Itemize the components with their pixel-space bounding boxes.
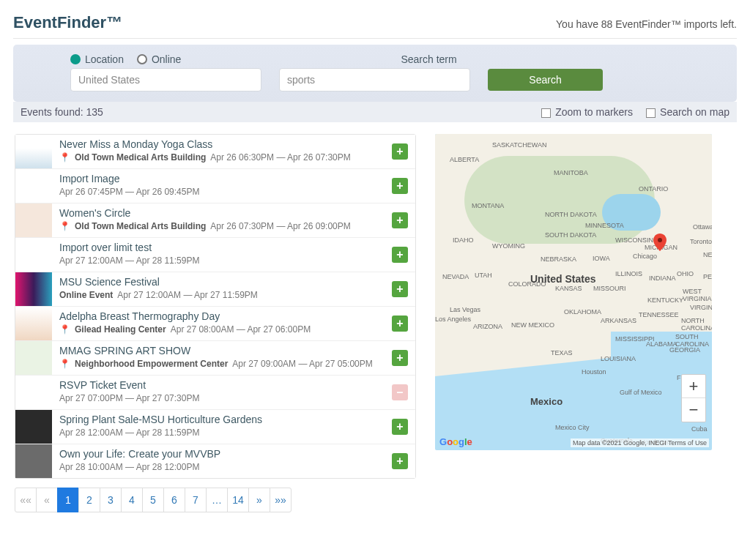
add-event-button[interactable]: + [392,143,408,160]
map-region-label: MISSOURI [593,285,626,292]
event-thumbnail [15,272,52,306]
page-4[interactable]: 4 [121,488,143,512]
event-meta: Apr 27 07:00PM — Apr 27 07:30PM [59,393,386,403]
map-region-label: Mexico City [555,424,590,431]
map-region-label: NORTH DAKOTA [545,211,597,218]
map-region-label: ILLINOIS [615,270,642,277]
mode-online-radio[interactable]: Online [137,53,181,65]
page-last[interactable]: »» [270,488,292,512]
map-region-label: UTAH [475,272,492,279]
add-event-button[interactable]: + [392,247,408,263]
search-button[interactable]: Search [488,69,603,91]
event-meta: Apr 26 07:45PM — Apr 26 09:45PM [59,187,386,197]
page-14[interactable]: 14 [227,488,249,512]
event-row[interactable]: MSU Science FestivalOnline EventApr 27 1… [15,272,415,307]
search-term-label: Search term [401,53,456,65]
add-event-button[interactable]: + [392,350,408,366]
event-time: Apr 26 07:45PM — Apr 26 09:45PM [59,187,199,197]
page-7[interactable]: 7 [185,488,207,512]
event-row[interactable]: Spring Plant Sale-MSU Horticulture Garde… [15,410,415,444]
search-map-label: Search on map [660,106,729,118]
event-row[interactable]: Import ImageApr 26 07:45PM — Apr 26 09:4… [15,169,415,204]
add-event-button[interactable]: + [392,281,408,297]
page-prev[interactable]: « [36,488,58,512]
map-region-label: Las Vegas [450,306,480,313]
page-1[interactable]: 1 [57,488,79,512]
event-row[interactable]: Import over limit testApr 27 12:00AM — A… [15,238,415,272]
map-logo: Google [439,436,472,447]
map[interactable]: SASKATCHEWANALBERTAONTARIOMANITOBAMONTAN… [435,134,712,450]
event-row[interactable]: Own your Life: Create your MVVBPApr 28 1… [15,444,415,478]
map-region-label: Houston [582,368,606,376]
page-…[interactable]: … [206,488,228,512]
results-bar: Events found: 135 Zoom to markers Search… [13,102,737,122]
map-country-label: United States [530,273,595,285]
search-on-map-checkbox[interactable]: Search on map [646,106,729,118]
search-term-input[interactable]: sports [279,68,470,92]
event-time: Apr 27 12:00AM — Apr 27 11:59PM [117,290,257,300]
remove-event-button[interactable]: – [392,384,408,400]
checkbox-icon [541,108,551,118]
add-event-button[interactable]: + [392,453,408,469]
event-time: Apr 26 07:30PM — Apr 26 09:00PM [210,221,350,231]
event-row[interactable]: Adelpha Breast Thermography Day📍Gilead H… [15,307,415,341]
add-event-button[interactable]: + [392,316,408,332]
event-venue: Neighborhood Empowerment Center [75,359,228,369]
page-5[interactable]: 5 [142,488,164,512]
map-region-label: ARKANSAS [601,317,636,324]
event-thumbnail [15,204,52,237]
event-list: Never Miss a Monday Yoga Class📍Old Town … [15,134,416,479]
event-time: Apr 28 12:00AM — Apr 28 11:59PM [59,428,199,438]
map-region-label: MINNESOTA [585,222,624,229]
map-region-label: TENNESSEE [639,311,679,318]
map-region-label: MONTANA [472,202,504,209]
map-zoom-control: + − [681,374,706,422]
map-region-label: WISCONSIN [615,236,653,244]
page-first[interactable]: «« [15,488,37,512]
map-region-label: PEN [703,273,712,280]
map-region-label: SOUTH CAROLINA [675,333,712,348]
page-6[interactable]: 6 [163,488,185,512]
page-3[interactable]: 3 [100,488,122,512]
map-region-label: LOUISIANA [601,355,636,362]
event-title: Own your Life: Create your MVVBP [59,448,386,460]
event-meta: 📍Old Town Medical Arts BuildingApr 26 07… [59,221,386,231]
add-event-button[interactable]: + [392,419,408,435]
map-region-label: NEW MEXICO [511,321,554,329]
location-input[interactable]: United States [70,68,261,92]
add-event-button[interactable]: + [392,178,408,194]
event-meta: 📍Gilead Healing CenterApr 27 08:00AM — A… [59,324,386,335]
pin-icon: 📍 [59,359,70,369]
event-thumbnail [15,410,52,444]
event-row[interactable]: MMAG SPRING ART SHOW📍Neighborhood Empowe… [15,341,415,376]
map-region-label: OKLAHOMA [564,308,601,316]
map-region-label: INDIANA [649,275,676,282]
search-bar: Location Online Search term United State… [13,45,737,102]
page-next[interactable]: » [248,488,270,512]
event-row[interactable]: Never Miss a Monday Yoga Class📍Old Town … [15,135,415,169]
map-region-label: NEBRASKA [541,255,576,263]
map-region-label: KENTUCKY [647,296,683,304]
event-venue: Gilead Healing Center [75,324,166,335]
event-title: Spring Plant Sale-MSU Horticulture Garde… [59,414,386,425]
map-attribution: Map data ©2021 Google, INEGI Terms of Us… [571,438,709,447]
event-venue: Online Event [59,290,113,300]
event-title: Women's Circle [59,207,386,219]
event-title: Import Image [59,173,386,184]
map-region-label: Cuba [691,425,708,433]
zoom-to-markers-checkbox[interactable]: Zoom to markers [541,106,633,118]
event-row[interactable]: RSVP Ticket EventApr 27 07:00PM — Apr 27… [15,376,415,410]
radio-dot-icon [70,54,81,64]
map-region-label: Chicago [633,253,657,260]
page-2[interactable]: 2 [78,488,100,512]
map-region-label: IOWA [593,255,610,262]
mode-location-radio[interactable]: Location [70,53,124,65]
event-row[interactable]: Women's Circle📍Old Town Medical Arts Bui… [15,204,415,238]
event-time: Apr 27 08:00AM — Apr 27 06:00PM [171,324,311,335]
map-region-label: SOUTH DAKOTA [545,231,596,239]
event-meta: Online EventApr 27 12:00AM — Apr 27 11:5… [59,290,386,300]
map-marker-icon[interactable] [653,234,667,251]
add-event-button[interactable]: + [392,212,408,228]
zoom-out-button[interactable]: − [682,398,705,422]
zoom-in-button[interactable]: + [682,375,705,398]
